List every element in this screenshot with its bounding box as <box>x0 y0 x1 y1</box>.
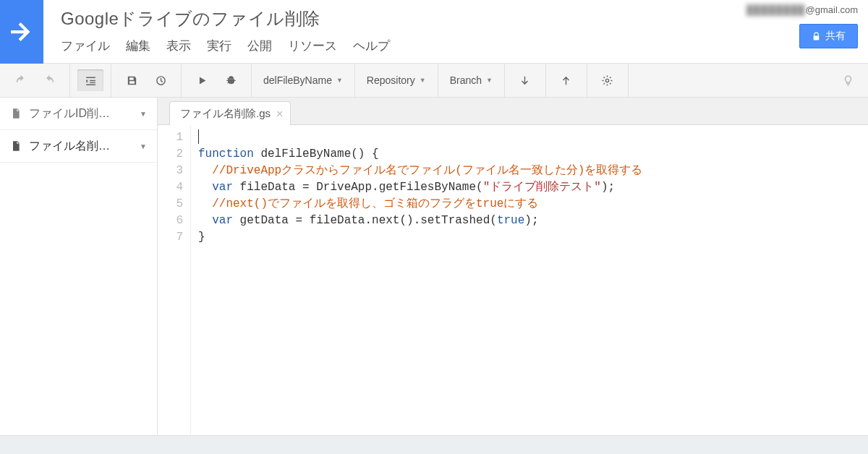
share-button[interactable]: 共有 <box>799 24 858 48</box>
svg-point-1 <box>606 79 609 82</box>
function-select-label: delFileByName <box>263 74 332 86</box>
play-icon <box>196 74 208 87</box>
chevron-down-icon: ▼ <box>486 77 493 84</box>
indent-icon <box>85 74 97 87</box>
run-button[interactable] <box>189 69 215 91</box>
file-icon <box>10 108 22 119</box>
tab-label: ファイル名削除.gs <box>180 107 271 121</box>
menu-resources[interactable]: リソース <box>288 38 337 54</box>
statusbar <box>0 435 868 454</box>
pull-button[interactable] <box>512 69 538 91</box>
lightbulb-icon <box>842 74 854 87</box>
sidebar-item-label: ファイル名削… <box>29 139 132 154</box>
function-select[interactable]: delFileByName ▼ <box>252 64 355 97</box>
debug-button[interactable] <box>218 69 244 91</box>
menu-file[interactable]: ファイル <box>61 38 110 54</box>
file-icon <box>10 140 22 152</box>
sidebar-item-label: ファイルID削… <box>29 106 132 121</box>
menu-view[interactable]: 表示 <box>166 38 191 54</box>
lock-icon <box>812 32 821 41</box>
triggers-button[interactable] <box>148 69 174 91</box>
repository-select[interactable]: Repository ▼ <box>355 64 438 97</box>
menu-edit[interactable]: 編集 <box>126 38 150 54</box>
undo-button[interactable] <box>7 69 33 91</box>
settings-button[interactable] <box>595 69 621 91</box>
undo-icon <box>14 74 27 87</box>
chevron-down-icon: ▼ <box>140 142 147 150</box>
redo-icon <box>43 74 56 87</box>
chevron-down-icon: ▼ <box>420 77 426 84</box>
close-icon[interactable]: × <box>276 110 283 119</box>
menu-run[interactable]: 実行 <box>207 38 231 54</box>
save-button[interactable] <box>119 69 145 91</box>
indent-button[interactable] <box>77 69 103 91</box>
clock-icon <box>155 74 167 87</box>
sidebar-item-file-id[interactable]: ファイルID削… ▼ <box>0 98 157 129</box>
app-logo[interactable] <box>0 0 43 64</box>
share-label: 共有 <box>825 30 846 43</box>
tabstrip: ファイル名削除.gs × <box>158 98 868 125</box>
sidebar-item-file-name[interactable]: ファイル名削… ▼ <box>0 130 157 162</box>
arrow-up-icon <box>560 74 572 87</box>
toolbar: delFileByName ▼ Repository ▼ Branch ▼ <box>0 64 868 98</box>
sidebar: ファイルID削… ▼ ファイル名削… ▼ <box>0 98 158 435</box>
code-editor[interactable]: 1234567 function delFileByName() { //Dri… <box>158 125 868 435</box>
tab-file[interactable]: ファイル名削除.gs × <box>169 101 291 125</box>
lightbulb-button[interactable] <box>835 69 861 91</box>
push-button[interactable] <box>553 69 579 91</box>
arrow-down-icon <box>519 74 531 87</box>
chevron-down-icon: ▼ <box>140 110 147 118</box>
text-cursor <box>198 129 199 144</box>
bug-icon <box>225 74 237 87</box>
save-icon <box>126 74 138 87</box>
code-content[interactable]: function delFileByName() { //DriveAppクラス… <box>191 125 642 435</box>
menu-help[interactable]: ヘルプ <box>353 38 390 54</box>
gear-icon <box>601 74 613 87</box>
line-gutter: 1234567 <box>158 125 191 435</box>
user-email[interactable]: ████████@gmail.com <box>746 4 858 15</box>
branch-select[interactable]: Branch ▼ <box>438 64 505 97</box>
redo-button[interactable] <box>36 69 62 91</box>
chevron-down-icon: ▼ <box>336 77 343 84</box>
menu-publish[interactable]: 公開 <box>247 38 272 54</box>
project-title[interactable]: Googleドライブのファイル削除 <box>61 7 746 30</box>
